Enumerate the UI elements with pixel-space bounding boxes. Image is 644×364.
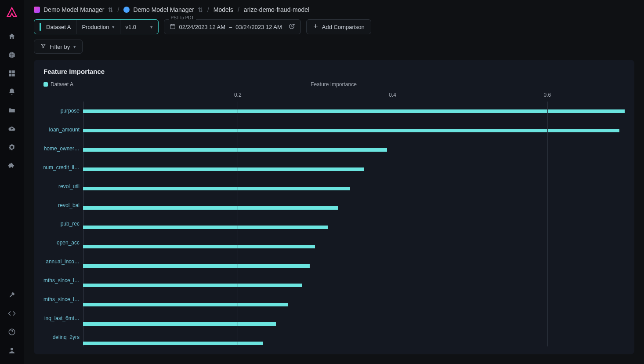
bar-row (83, 102, 625, 121)
rocket-icon[interactable] (7, 290, 17, 300)
bar-row (83, 334, 625, 353)
grid-line (238, 102, 238, 346)
toolbar: Dataset A Production ▾ v1.0 ▾ PST to PDT… (24, 18, 644, 38)
bar[interactable] (83, 322, 276, 326)
add-comparison-label: Add Comparison (322, 24, 365, 30)
date-sep: – (229, 24, 232, 30)
y-tick-label: purpose (43, 102, 83, 120)
updown-icon: ⇅ (108, 6, 113, 13)
plot: 0.20.40.6 (83, 90, 625, 346)
breadcrumb-sep: / (118, 6, 119, 13)
bar-row (83, 256, 625, 276)
bar[interactable] (83, 148, 387, 152)
svg-point-5 (11, 348, 13, 350)
date-range-select[interactable]: 02/24/2023 12 AM – 03/24/2023 12 AM (164, 19, 301, 34)
date-range-group: PST to PDT 02/24/2023 12 AM – 03/24/2023… (164, 19, 301, 34)
breadcrumb-sep: / (238, 6, 239, 13)
date-start: 02/24/2023 12 AM (179, 24, 226, 30)
main: Demo Model Manager ⇅ / Demo Model Manage… (24, 0, 644, 364)
clock-refresh-icon (288, 23, 295, 31)
bar[interactable] (83, 303, 288, 306)
crumb-model[interactable]: arize-demo-fraud-model (244, 6, 309, 13)
feature-importance-panel: Feature Importance Dataset A Feature Imp… (34, 60, 634, 354)
env-label: Production (82, 24, 109, 30)
bar[interactable] (83, 187, 350, 190)
y-tick-label: annual_inco… (43, 252, 83, 271)
home-icon[interactable] (7, 32, 17, 41)
bar[interactable] (83, 226, 328, 229)
space-icon (123, 7, 130, 13)
crumb-org-label: Demo Model Manager (43, 6, 105, 13)
add-comparison-button[interactable]: Add Comparison (306, 19, 371, 34)
bar[interactable] (83, 342, 263, 345)
bell-icon[interactable] (7, 87, 17, 97)
arize-logo[interactable] (6, 6, 18, 18)
bar-row (83, 276, 625, 295)
crumb-space[interactable]: Demo Model Manager ⇅ (123, 6, 203, 13)
plus-icon (313, 23, 318, 30)
svg-rect-3 (12, 74, 15, 76)
y-tick-label: mths_since_l… (43, 271, 83, 290)
y-tick-label: revol_bal (43, 196, 83, 215)
folder-icon[interactable] (7, 106, 17, 115)
crumb-org[interactable]: Demo Model Manager ⇅ (34, 6, 113, 13)
crumb-section-label: Models (213, 6, 233, 13)
crumb-space-label: Demo Model Manager (133, 6, 194, 13)
x-tick-label: 0.6 (544, 92, 551, 98)
bar[interactable] (83, 284, 302, 287)
bar[interactable] (83, 245, 315, 248)
legend-swatch-icon (43, 82, 48, 87)
bar-row (83, 160, 625, 179)
dataset-label: Dataset A (46, 24, 71, 30)
chevron-down-icon: ▾ (73, 44, 76, 50)
y-tick-label: delinq_2yrs (43, 328, 83, 346)
calendar-icon (170, 23, 176, 31)
y-tick-label: loan_amount (43, 120, 83, 139)
date-end: 03/24/2023 12 AM (235, 24, 282, 30)
crumb-model-label: arize-demo-fraud-model (244, 6, 309, 13)
filter-by-label: Filter by (50, 44, 70, 50)
chart-top: Dataset A Feature Importance (43, 81, 625, 87)
crumb-section[interactable]: Models (213, 6, 233, 13)
chart-area: purposeloan_amounthome_owner…num_credit_… (43, 90, 625, 346)
svg-rect-1 (12, 70, 15, 73)
dataset-select[interactable]: Dataset A (34, 20, 76, 34)
help-icon[interactable] (7, 327, 17, 337)
chart-subtitle: Feature Importance (73, 81, 594, 87)
legend-label: Dataset A (51, 81, 73, 87)
legend-dataset-a[interactable]: Dataset A (43, 81, 73, 87)
y-tick-label: home_owner… (43, 139, 83, 158)
env-select[interactable]: Production ▾ (76, 20, 120, 34)
chevron-down-icon: ▾ (112, 24, 115, 30)
cube-icon[interactable] (7, 50, 17, 60)
cloud-upload-icon[interactable] (7, 124, 17, 134)
user-icon[interactable] (7, 346, 17, 355)
bar[interactable] (83, 264, 310, 268)
bar[interactable] (83, 167, 364, 171)
bar[interactable] (83, 206, 338, 210)
version-select[interactable]: v1.0 ▾ (120, 20, 158, 34)
filter-row: Filter by ▾ (24, 38, 644, 60)
version-label: v1.0 (126, 24, 137, 30)
gear-icon[interactable] (7, 142, 17, 152)
y-tick-label: pub_rec (43, 215, 83, 233)
puzzle-icon[interactable] (7, 161, 17, 171)
bar[interactable] (83, 129, 619, 132)
svg-rect-0 (9, 70, 11, 73)
breadcrumb: Demo Model Manager ⇅ / Demo Model Manage… (24, 0, 644, 18)
x-tick-label: 0.4 (389, 92, 396, 98)
dashboard-icon[interactable] (7, 69, 17, 78)
svg-rect-2 (9, 74, 11, 76)
y-tick-label: revol_util (43, 177, 83, 196)
x-axis: 0.20.40.6 (83, 90, 625, 102)
code-icon[interactable] (7, 309, 17, 318)
breadcrumb-sep: / (207, 6, 209, 13)
x-tick-label: 0.2 (234, 92, 242, 98)
sidebar (0, 0, 24, 364)
bar[interactable] (83, 109, 625, 113)
y-tick-label: open_acc (43, 233, 83, 252)
updown-icon: ⇅ (198, 6, 203, 13)
bar-row (83, 218, 625, 237)
filter-by-button[interactable]: Filter by ▾ (34, 40, 83, 54)
bar-row (83, 179, 625, 198)
